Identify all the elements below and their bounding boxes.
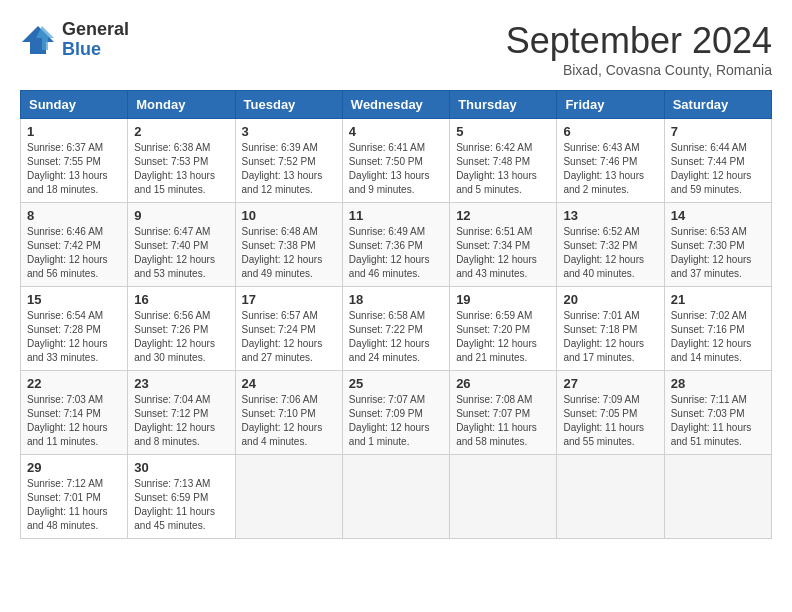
day-info: Sunrise: 6:59 AMSunset: 7:20 PMDaylight:…: [456, 309, 550, 365]
calendar-cell: [342, 455, 449, 539]
calendar-cell: 21Sunrise: 7:02 AMSunset: 7:16 PMDayligh…: [664, 287, 771, 371]
calendar-table: SundayMondayTuesdayWednesdayThursdayFrid…: [20, 90, 772, 539]
day-number: 28: [671, 376, 765, 391]
calendar-cell: [235, 455, 342, 539]
calendar-cell: 3Sunrise: 6:39 AMSunset: 7:52 PMDaylight…: [235, 119, 342, 203]
calendar-cell: 2Sunrise: 6:38 AMSunset: 7:53 PMDaylight…: [128, 119, 235, 203]
calendar-cell: 7Sunrise: 6:44 AMSunset: 7:44 PMDaylight…: [664, 119, 771, 203]
logo-general: General: [62, 20, 129, 40]
calendar-cell: 29Sunrise: 7:12 AMSunset: 7:01 PMDayligh…: [21, 455, 128, 539]
day-info: Sunrise: 6:43 AMSunset: 7:46 PMDaylight:…: [563, 141, 657, 197]
calendar-cell: 20Sunrise: 7:01 AMSunset: 7:18 PMDayligh…: [557, 287, 664, 371]
calendar-cell: 16Sunrise: 6:56 AMSunset: 7:26 PMDayligh…: [128, 287, 235, 371]
day-number: 20: [563, 292, 657, 307]
day-number: 6: [563, 124, 657, 139]
day-info: Sunrise: 6:48 AMSunset: 7:38 PMDaylight:…: [242, 225, 336, 281]
day-info: Sunrise: 7:01 AMSunset: 7:18 PMDaylight:…: [563, 309, 657, 365]
subtitle: Bixad, Covasna County, Romania: [506, 62, 772, 78]
day-info: Sunrise: 6:37 AMSunset: 7:55 PMDaylight:…: [27, 141, 121, 197]
day-info: Sunrise: 6:41 AMSunset: 7:50 PMDaylight:…: [349, 141, 443, 197]
calendar-cell: 24Sunrise: 7:06 AMSunset: 7:10 PMDayligh…: [235, 371, 342, 455]
day-number: 16: [134, 292, 228, 307]
day-number: 4: [349, 124, 443, 139]
calendar-cell: 23Sunrise: 7:04 AMSunset: 7:12 PMDayligh…: [128, 371, 235, 455]
day-info: Sunrise: 7:09 AMSunset: 7:05 PMDaylight:…: [563, 393, 657, 449]
logo: General Blue: [20, 20, 129, 60]
logo-icon: [20, 22, 56, 58]
day-info: Sunrise: 7:11 AMSunset: 7:03 PMDaylight:…: [671, 393, 765, 449]
day-info: Sunrise: 6:44 AMSunset: 7:44 PMDaylight:…: [671, 141, 765, 197]
weekday-header-saturday: Saturday: [664, 91, 771, 119]
day-number: 21: [671, 292, 765, 307]
day-number: 17: [242, 292, 336, 307]
calendar-cell: 4Sunrise: 6:41 AMSunset: 7:50 PMDaylight…: [342, 119, 449, 203]
day-number: 30: [134, 460, 228, 475]
calendar-cell: 27Sunrise: 7:09 AMSunset: 7:05 PMDayligh…: [557, 371, 664, 455]
day-info: Sunrise: 6:47 AMSunset: 7:40 PMDaylight:…: [134, 225, 228, 281]
day-info: Sunrise: 6:42 AMSunset: 7:48 PMDaylight:…: [456, 141, 550, 197]
title-area: September 2024 Bixad, Covasna County, Ro…: [506, 20, 772, 78]
day-number: 29: [27, 460, 121, 475]
weekday-header-tuesday: Tuesday: [235, 91, 342, 119]
day-info: Sunrise: 6:56 AMSunset: 7:26 PMDaylight:…: [134, 309, 228, 365]
day-info: Sunrise: 7:08 AMSunset: 7:07 PMDaylight:…: [456, 393, 550, 449]
day-number: 23: [134, 376, 228, 391]
weekday-header-sunday: Sunday: [21, 91, 128, 119]
week-row-2: 8Sunrise: 6:46 AMSunset: 7:42 PMDaylight…: [21, 203, 772, 287]
day-number: 24: [242, 376, 336, 391]
calendar-cell: 1Sunrise: 6:37 AMSunset: 7:55 PMDaylight…: [21, 119, 128, 203]
calendar-cell: 11Sunrise: 6:49 AMSunset: 7:36 PMDayligh…: [342, 203, 449, 287]
calendar-cell: 17Sunrise: 6:57 AMSunset: 7:24 PMDayligh…: [235, 287, 342, 371]
weekday-header-friday: Friday: [557, 91, 664, 119]
day-number: 9: [134, 208, 228, 223]
logo-blue: Blue: [62, 40, 129, 60]
day-number: 18: [349, 292, 443, 307]
day-number: 8: [27, 208, 121, 223]
day-number: 3: [242, 124, 336, 139]
day-info: Sunrise: 6:58 AMSunset: 7:22 PMDaylight:…: [349, 309, 443, 365]
calendar-cell: [664, 455, 771, 539]
day-info: Sunrise: 7:06 AMSunset: 7:10 PMDaylight:…: [242, 393, 336, 449]
day-number: 26: [456, 376, 550, 391]
calendar-cell: 18Sunrise: 6:58 AMSunset: 7:22 PMDayligh…: [342, 287, 449, 371]
header: General Blue September 2024 Bixad, Covas…: [20, 20, 772, 78]
calendar-cell: 19Sunrise: 6:59 AMSunset: 7:20 PMDayligh…: [450, 287, 557, 371]
calendar-cell: 14Sunrise: 6:53 AMSunset: 7:30 PMDayligh…: [664, 203, 771, 287]
weekday-header-row: SundayMondayTuesdayWednesdayThursdayFrid…: [21, 91, 772, 119]
calendar-cell: 6Sunrise: 6:43 AMSunset: 7:46 PMDaylight…: [557, 119, 664, 203]
day-info: Sunrise: 7:13 AMSunset: 6:59 PMDaylight:…: [134, 477, 228, 533]
calendar-cell: [557, 455, 664, 539]
logo-text: General Blue: [62, 20, 129, 60]
day-number: 27: [563, 376, 657, 391]
day-info: Sunrise: 6:51 AMSunset: 7:34 PMDaylight:…: [456, 225, 550, 281]
day-info: Sunrise: 6:38 AMSunset: 7:53 PMDaylight:…: [134, 141, 228, 197]
calendar-cell: 8Sunrise: 6:46 AMSunset: 7:42 PMDaylight…: [21, 203, 128, 287]
week-row-3: 15Sunrise: 6:54 AMSunset: 7:28 PMDayligh…: [21, 287, 772, 371]
calendar-cell: 26Sunrise: 7:08 AMSunset: 7:07 PMDayligh…: [450, 371, 557, 455]
day-info: Sunrise: 7:07 AMSunset: 7:09 PMDaylight:…: [349, 393, 443, 449]
day-info: Sunrise: 7:03 AMSunset: 7:14 PMDaylight:…: [27, 393, 121, 449]
day-number: 22: [27, 376, 121, 391]
calendar-cell: 13Sunrise: 6:52 AMSunset: 7:32 PMDayligh…: [557, 203, 664, 287]
calendar-cell: 9Sunrise: 6:47 AMSunset: 7:40 PMDaylight…: [128, 203, 235, 287]
weekday-header-monday: Monday: [128, 91, 235, 119]
day-number: 14: [671, 208, 765, 223]
day-number: 12: [456, 208, 550, 223]
day-info: Sunrise: 6:52 AMSunset: 7:32 PMDaylight:…: [563, 225, 657, 281]
day-info: Sunrise: 7:02 AMSunset: 7:16 PMDaylight:…: [671, 309, 765, 365]
calendar-cell: 5Sunrise: 6:42 AMSunset: 7:48 PMDaylight…: [450, 119, 557, 203]
calendar-cell: 12Sunrise: 6:51 AMSunset: 7:34 PMDayligh…: [450, 203, 557, 287]
svg-marker-0: [22, 26, 54, 54]
day-number: 25: [349, 376, 443, 391]
month-title: September 2024: [506, 20, 772, 62]
day-number: 10: [242, 208, 336, 223]
weekday-header-wednesday: Wednesday: [342, 91, 449, 119]
day-number: 11: [349, 208, 443, 223]
calendar-cell: 22Sunrise: 7:03 AMSunset: 7:14 PMDayligh…: [21, 371, 128, 455]
calendar-cell: [450, 455, 557, 539]
day-info: Sunrise: 7:04 AMSunset: 7:12 PMDaylight:…: [134, 393, 228, 449]
day-number: 1: [27, 124, 121, 139]
calendar-cell: 28Sunrise: 7:11 AMSunset: 7:03 PMDayligh…: [664, 371, 771, 455]
weekday-header-thursday: Thursday: [450, 91, 557, 119]
day-number: 15: [27, 292, 121, 307]
